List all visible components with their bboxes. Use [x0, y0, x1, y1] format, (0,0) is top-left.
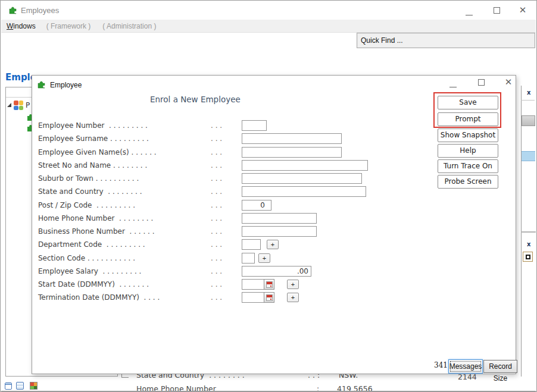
statusbar-colors-icon[interactable]	[30, 382, 38, 390]
field-label: Termination Date (DDMMYY) . . . .	[38, 293, 160, 302]
field-dots: . . .	[211, 187, 222, 196]
menubar: Windows ( Framework ) ( Administration )	[1, 20, 536, 33]
turn-trace-on-button[interactable]: Turn Trace On	[438, 159, 498, 173]
form-row-home-phone: Home Phone Number . . . . . . . . . . .	[38, 213, 432, 226]
maximize-icon[interactable]	[491, 6, 502, 17]
form-row-surname: Employee Surname . . . . . . . . . . . .	[38, 133, 432, 146]
employee-number-input[interactable]	[242, 120, 267, 131]
main-titlebar: Employees ✕	[1, 1, 536, 20]
department-code-input[interactable]	[242, 239, 261, 250]
start-date-calendar-button[interactable]	[264, 279, 274, 290]
section-code-input[interactable]	[242, 253, 255, 264]
form-row-given-names: Employee Given Name(s) . . . . . . . . .	[38, 147, 432, 160]
window-bottom-border	[1, 391, 536, 391]
suburb-input[interactable]	[242, 173, 362, 184]
field-dots: . . .	[211, 254, 222, 262]
close-icon[interactable]: ✕	[517, 5, 528, 15]
field-dots: . . .	[211, 121, 222, 130]
form-row-salary: Employee Salary . . . . . . . . . . . .	[38, 266, 432, 279]
panel2-close-icon[interactable]: x	[527, 241, 530, 247]
field-dots: . . .	[211, 161, 222, 170]
zip-code-input[interactable]	[242, 200, 271, 211]
save-button[interactable]: Save	[438, 96, 498, 109]
start-date-prompt-button[interactable]: +	[287, 280, 299, 289]
start-date-input[interactable]	[242, 279, 264, 290]
message-code: 341	[434, 361, 448, 369]
field-label: Street No and Name . . . . . . . .	[38, 161, 147, 170]
field-dots: . . .	[211, 201, 222, 209]
right-background-panels: x x	[516, 86, 536, 391]
street-input[interactable]	[242, 160, 368, 171]
record-size-button[interactable]: Record Size	[483, 360, 517, 373]
employee-given-names-input[interactable]	[242, 147, 342, 158]
form-row-start-date: Start Date (DDMMYY) . . . . . . . . . . …	[38, 279, 432, 292]
dialog-maximize-icon[interactable]	[476, 78, 486, 89]
field-label: Employee Surname . . . . . . . . .	[38, 134, 149, 143]
field-dots: . . .	[211, 214, 222, 222]
field-label: Suburb or Town . . . . . . . . . .	[38, 174, 139, 183]
prompt-button[interactable]: Prompt	[438, 112, 498, 126]
salary-input[interactable]	[242, 266, 311, 277]
form-row-business-phone: Business Phone Number . . . . . . . . .	[38, 226, 432, 239]
field-dots: . . .	[211, 280, 222, 288]
app-puzzle-icon	[8, 5, 18, 17]
field-label: Employee Number . . . . . . . . .	[38, 121, 148, 130]
menu-framework[interactable]: ( Framework )	[44, 22, 93, 30]
calendar-icon	[266, 281, 273, 288]
termination-date-calendar-button[interactable]	[264, 292, 274, 303]
minimize-icon[interactable]	[464, 8, 474, 18]
field-label: State and Country . . . . . . . .	[38, 187, 142, 196]
main-window: Employees ✕ Windows ( Framework ) ( Admi…	[0, 0, 537, 392]
dialog-title: Employee	[50, 81, 82, 89]
menu-windows[interactable]: Windows	[4, 22, 38, 30]
state-country-input[interactable]	[242, 186, 366, 197]
field-dots: . . .	[211, 134, 222, 143]
field-dots: . . .	[211, 148, 222, 156]
home-phone-input[interactable]	[242, 213, 317, 224]
statusbar-window-icon[interactable]	[5, 382, 12, 390]
department-prompt-button[interactable]: +	[267, 240, 279, 249]
form-row-employee-number: Employee Number . . . . . . . . . . . .	[38, 120, 432, 133]
help-button[interactable]: Help	[438, 144, 498, 158]
dialog-heading: Enrol a New Employee	[150, 95, 241, 104]
panel2-restore-icon[interactable]	[523, 252, 533, 262]
probe-screen-button[interactable]: Probe Screen	[438, 175, 498, 189]
dialog-close-icon[interactable]: ✕	[503, 77, 514, 87]
field-label: Post / Zip Code . . . . . . . . .	[38, 201, 135, 209]
business-phone-input[interactable]	[242, 226, 317, 237]
panel1-selected-row[interactable]	[522, 151, 535, 161]
field-dots: . . .	[211, 240, 222, 249]
field-label: Employee Salary . . . . . . . . .	[38, 267, 141, 275]
field-dots: . . .	[211, 293, 222, 302]
panel1-grid-header[interactable]	[522, 115, 535, 126]
tree-root-node[interactable]: P	[7, 101, 30, 110]
messages-button[interactable]: Messages	[448, 359, 483, 374]
panel1-close-icon[interactable]: x	[527, 89, 530, 96]
field-label: Business Phone Number . . . . . .	[38, 227, 155, 236]
show-snapshot-button[interactable]: Show Snapshot	[438, 128, 498, 142]
quick-find-input[interactable]: Quick Find ...	[357, 33, 535, 48]
form-row-street: Street No and Name . . . . . . . . . . .	[38, 160, 432, 173]
window-title: Employees	[21, 6, 59, 15]
field-label: Start Date (DDMMYY) . . . . . . .	[38, 280, 149, 288]
menu-administration[interactable]: ( Administration )	[100, 22, 158, 30]
form-row-section: Section Code . . . . . . . . . . . . . .…	[38, 253, 432, 266]
tree-root-label: P	[26, 101, 30, 109]
dialog-puzzle-icon	[37, 80, 46, 92]
tree-expander-icon[interactable]	[7, 103, 11, 107]
employee-form: Employee Number . . . . . . . . . . . . …	[38, 120, 432, 306]
form-row-zip: Post / Zip Code . . . . . . . . . . . .	[38, 200, 432, 213]
dialog-minimize-icon[interactable]	[448, 80, 458, 90]
termination-date-prompt-button[interactable]: +	[287, 293, 299, 302]
field-dots: . . .	[211, 227, 222, 236]
statusbar-form-icon[interactable]	[16, 382, 24, 390]
termination-date-input[interactable]	[242, 292, 264, 303]
framework-icon	[14, 101, 23, 110]
section-prompt-button[interactable]: +	[258, 253, 270, 263]
field-label: Home Phone Number . . . . . . . .	[38, 214, 153, 222]
form-row-department: Department Code . . . . . . . . . . . . …	[38, 239, 432, 252]
employee-surname-input[interactable]	[242, 133, 342, 144]
employee-dialog: Employee ✕ Enrol a New Employee Employee…	[32, 75, 516, 374]
field-dots: . . .	[211, 174, 222, 183]
field-label: Section Code . . . . . . . . . . .	[38, 254, 135, 262]
